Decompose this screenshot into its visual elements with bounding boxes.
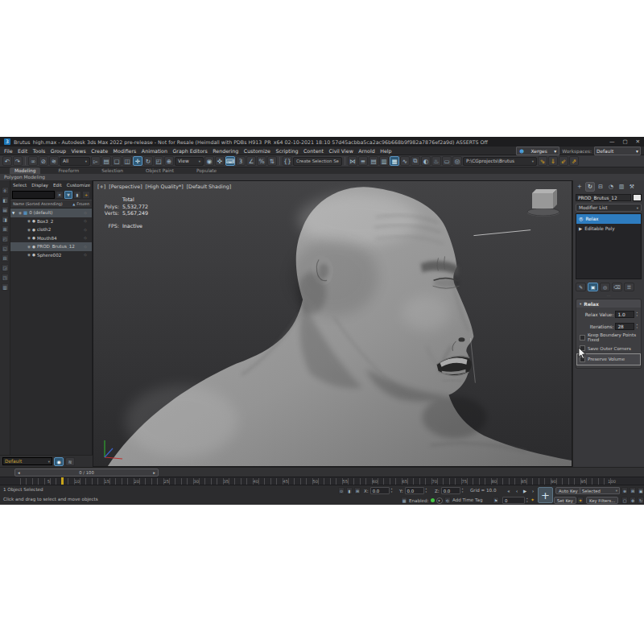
object-color-swatch[interactable] [633,194,642,201]
menu-item[interactable]: Graph Editors [172,148,207,154]
display-tab-icon[interactable]: ▥ [617,182,626,192]
angle-snap-icon[interactable]: ∠ [246,156,256,166]
redo-icon[interactable]: ↷ [13,156,23,166]
panel-resize-handle[interactable]: ⋯ [573,293,644,298]
degradation-icon[interactable]: ▦ [401,497,407,504]
key-selection-set-dropdown[interactable]: Selected ▾ [580,487,620,494]
filter-icon[interactable]: ▼ [64,191,72,199]
previous-frame-arrow-icon[interactable]: ◂ [18,470,20,475]
select-and-place-icon[interactable]: ⊕ [164,156,174,166]
object-name[interactable]: 0 (default) [29,210,79,215]
hierarchy-tab-icon[interactable]: ⊟ [596,182,605,192]
play-icon[interactable]: ▶ [522,487,528,494]
spinner-control[interactable]: ▴▾ [426,488,427,493]
degradation-toggle-icon[interactable]: ◉ [436,497,443,504]
account-dropdown[interactable]: ☻ Xerges ▾ [516,147,559,155]
parameter-value-field[interactable]: 28 [615,323,634,330]
frozen-toggle-icon[interactable]: ◇ [80,219,90,223]
view-cube[interactable] [525,185,562,219]
frozen-toggle-icon[interactable]: ◇ [80,236,90,240]
explorer-menu-item[interactable]: Edit [53,183,62,188]
next-frame-icon[interactable]: › [530,487,536,494]
project-folder-button-1-icon[interactable]: ⇘ [538,156,547,166]
eye-icon[interactable]: ◉ [27,228,31,232]
time-tag-icon[interactable]: ⟲ [444,497,451,504]
menu-item[interactable]: Create [91,148,108,154]
select-by-name-icon[interactable]: ▤ [101,156,111,166]
viewport-menu-pov[interactable]: [Perspective] [109,184,142,189]
anim-preset-dropdown[interactable]: Default ▾ [2,457,52,465]
rendered-frame-window-icon[interactable]: ▭ [442,156,452,166]
frozen-toggle-icon[interactable]: ◇ [80,245,90,249]
add-icon[interactable]: + [82,191,90,199]
anim-toolbar-button-1-icon[interactable]: ◉ [54,457,64,466]
eye-icon[interactable]: ◉ [27,236,31,240]
ribbon-tab[interactable]: Modeling [10,167,40,174]
schematic-view-icon[interactable]: ⧉ [411,156,420,166]
snaps-toggle-icon[interactable]: 3 [236,156,246,166]
menu-item[interactable]: Animation [142,148,167,154]
left-tool-11-icon[interactable]: ▥ [2,283,9,291]
z-coordinate-field[interactable]: 0.0 [441,487,460,494]
object-name[interactable]: Box3_2 [37,219,79,224]
clear-search-icon[interactable]: ✕ [56,191,64,199]
orbit-icon[interactable]: ↻ [638,497,644,504]
parameter-value-field[interactable]: 1.0 [615,311,634,318]
select-and-manipulate-icon[interactable]: ✜ [215,156,225,166]
motion-tab-icon[interactable]: ◔ [606,182,616,192]
toggle-scene-explorer-icon[interactable]: ▥ [379,156,389,166]
y-coordinate-field[interactable]: 0.0 [405,487,424,494]
menu-item[interactable]: Content [303,148,324,154]
current-frame-field[interactable]: 0 [502,497,525,504]
viewport-menu-general[interactable]: [+] [97,184,105,189]
spinner-control[interactable]: ▴▾ [636,324,638,329]
select-and-link-icon[interactable]: ∞ [28,156,38,166]
layer-explorer-icon[interactable]: ▤ [369,156,378,166]
left-tool-5-icon[interactable]: ⊞ [2,225,9,233]
list-item[interactable]: ▼ ◉ ▦ 0 (default) ◇ [10,208,92,217]
frozen-column-header[interactable]: Frozen [76,202,89,206]
anim-toolbar-button-2-icon[interactable]: ≋ [65,457,75,466]
auto-key-button[interactable]: Auto Key [555,487,581,494]
selection-filter-dropdown[interactable]: All▾ [60,157,90,166]
project-path-dropdown[interactable]: P:\CGprojects\Brutus▾ [463,157,537,166]
modifier-stack-item[interactable]: ▶ Editable Poly [576,224,641,233]
menu-item[interactable]: Edit [18,148,27,154]
spinner-control[interactable]: ▴▾ [462,488,464,493]
go-to-start-icon[interactable]: « [506,487,512,494]
create-key-button[interactable]: + [538,487,553,503]
zoom-extents-icon[interactable]: ▣ [638,487,644,494]
search-input[interactable] [12,191,55,199]
keyboard-override-icon[interactable]: ⌨ [225,156,235,166]
viewport-menu-shading[interactable]: [Default Shading] [187,184,232,189]
menu-item[interactable]: Modifiers [114,148,137,154]
perspective-viewport[interactable]: [+] [Perspective] [High Quality*] [Defau… [93,180,572,467]
material-editor-icon[interactable]: ◐ [421,156,431,166]
ribbon-tab[interactable]: Populate [192,167,221,174]
modifier-name[interactable]: Editable Poly [584,226,614,231]
left-tool-9-icon[interactable]: ◲ [2,264,9,271]
zoom-all-icon[interactable]: ⊞ [630,487,636,494]
viewport-3d-scene[interactable] [93,181,572,466]
frozen-toggle-icon[interactable]: ◇ [80,253,90,257]
list-item[interactable]: ◉ ● cloth2 ◇ [10,225,92,234]
create-selection-set-button[interactable]: Create Selection Se [293,157,342,166]
name-column-header[interactable]: Name (Sorted Ascending) [13,202,71,206]
menu-item[interactable]: Arnold [358,148,374,154]
select-object-icon[interactable]: ▻ [91,156,101,166]
menu-item[interactable]: Group [51,148,66,154]
left-tool-6-icon[interactable]: ◰ [2,235,9,242]
spinner-control[interactable]: ▴▾ [526,497,528,503]
modifier-state-icon[interactable]: ▶ [579,226,582,231]
menu-item[interactable]: File [4,148,13,154]
menu-item[interactable]: Tools [33,148,46,154]
curve-editor-icon[interactable]: ∿ [400,156,410,166]
unlink-selection-icon[interactable]: ⊘ [39,156,48,166]
object-name[interactable]: Mouth84 [37,236,79,241]
left-tool-1-icon[interactable]: ✛ [2,187,9,194]
select-and-rotate-icon[interactable]: ↻ [143,156,153,166]
modifier-list-dropdown[interactable]: Modifier List ▾ [576,204,642,212]
eye-icon[interactable]: ◉ [27,253,31,257]
object-name-field[interactable]: PROD_Brutus_12 [576,194,631,201]
undo-icon[interactable]: ↶ [2,156,12,166]
